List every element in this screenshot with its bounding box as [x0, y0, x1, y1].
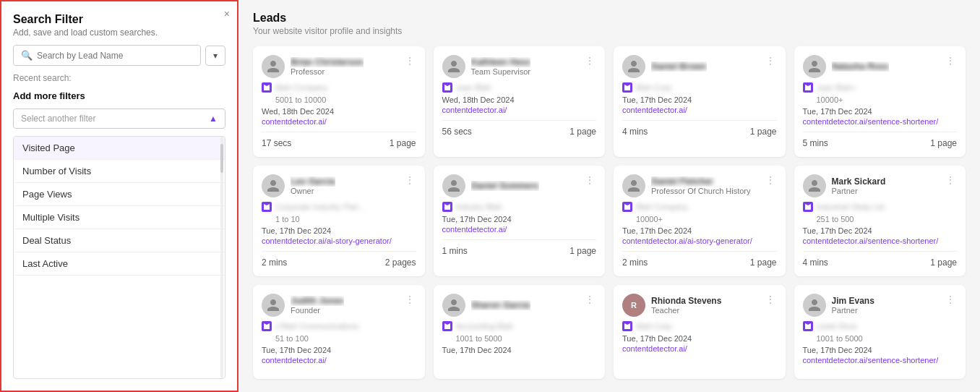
- card-menu-icon[interactable]: ⋮: [403, 174, 416, 186]
- card-stats: 2 mins 1 page: [622, 251, 777, 268]
- time-stat: 17 secs: [262, 138, 291, 148]
- scrollbar-track[interactable]: [220, 137, 223, 378]
- company-name: Industrial Okaly Ltd: [817, 203, 885, 211]
- card-header: Sharon Garcia ⋮: [442, 294, 597, 317]
- card-menu-icon[interactable]: ⋮: [403, 294, 416, 305]
- avatar: [262, 294, 285, 317]
- card-menu-icon[interactable]: ⋮: [583, 55, 596, 67]
- card-person: Daniel Fletcher Professor Of Church Hist…: [622, 174, 751, 197]
- company-size: 5001 to 10000: [262, 95, 416, 104]
- card-person: Natasha Ross: [803, 55, 889, 78]
- lead-name: Daniel Sommers: [471, 181, 539, 191]
- card-url[interactable]: contentdetector.ai/: [442, 225, 597, 234]
- card-url[interactable]: contentdetector.ai/sentence-shortener/: [803, 237, 958, 245]
- company-icon: [262, 202, 272, 212]
- pages-stat: 1 page: [930, 257, 957, 268]
- card-role: Partner: [832, 187, 886, 195]
- filter-item[interactable]: Multiple Visits: [14, 206, 225, 229]
- lead-card[interactable]: Daniel Fletcher Professor Of Church Hist…: [614, 166, 786, 276]
- company-name: J Blah Communications: [275, 322, 359, 331]
- dropdown-button[interactable]: ▾: [205, 46, 225, 66]
- card-url[interactable]: contentdetector.ai/sentence-shortener/: [803, 117, 958, 126]
- card-company: Industrial Okaly Ltd: [803, 202, 958, 212]
- card-company: Blah Corp: [622, 82, 777, 93]
- company-name: Corporate Industry Partner: [275, 203, 369, 211]
- card-menu-icon[interactable]: ⋮: [583, 294, 596, 305]
- filter-item[interactable]: Engagement: [14, 276, 225, 281]
- lead-card[interactable]: Judith Jones Founder ⋮ J Blah Communicat…: [253, 285, 425, 379]
- lead-card[interactable]: Leo Garcia Owner ⋮ Corporate Industry Pa…: [253, 166, 425, 276]
- card-menu-icon[interactable]: ⋮: [944, 294, 957, 305]
- pages-stat: 1 page: [750, 257, 777, 268]
- card-date: Tue, 17th Dec 2024: [262, 226, 416, 235]
- company-size: 251 to 500: [803, 215, 958, 223]
- filter-item[interactable]: Number of Visits: [14, 160, 225, 183]
- company-icon: [262, 321, 272, 331]
- scrollbar-thumb[interactable]: [220, 144, 223, 173]
- lead-name: Rhionda Stevens: [651, 296, 721, 306]
- filter-item[interactable]: Page Views: [14, 183, 225, 206]
- lead-card[interactable]: Natasha Ross ⋮ Juan Blah+ 10000+ Tue, 17…: [794, 46, 966, 157]
- card-menu-icon[interactable]: ⋮: [583, 174, 596, 186]
- card-url[interactable]: contentdetector.ai/ai-story-generator/: [622, 237, 777, 245]
- lead-card[interactable]: Daniel Sommers ⋮ Industry Blah Tue, 17th…: [434, 166, 606, 276]
- card-role: Team Supervisor: [471, 67, 531, 76]
- card-menu-icon[interactable]: ⋮: [944, 55, 957, 67]
- card-url[interactable]: contentdetector.ai/ai-story-generator/: [262, 237, 416, 245]
- filter-item[interactable]: Deal Status: [14, 229, 225, 252]
- lead-card[interactable]: R Rhionda Stevens Teacher ⋮ Blah Corp Tu…: [614, 285, 786, 379]
- lead-name: Judith Jones: [291, 296, 344, 306]
- search-row: 🔍 ▾: [13, 45, 225, 66]
- card-company: Juan Blah: [442, 82, 597, 93]
- card-menu-icon[interactable]: ⋮: [944, 174, 957, 186]
- company-icon: [442, 82, 452, 93]
- card-header: R Rhionda Stevens Teacher ⋮: [622, 294, 777, 317]
- filter-select-row[interactable]: Select another filter ▲: [13, 108, 225, 129]
- lead-card[interactable]: Daniel Brown ⋮ Blah Corp Tue, 17th Dec 2…: [614, 46, 786, 157]
- company-name: Lewis Roos: [817, 322, 858, 331]
- card-url[interactable]: contentdetector.ai/: [262, 117, 416, 126]
- card-menu-icon[interactable]: ⋮: [764, 294, 777, 305]
- card-stats: 4 mins 1 page: [622, 120, 777, 137]
- filter-arrow-icon: ▲: [209, 114, 218, 124]
- lead-name: Natasha Ross: [832, 61, 889, 72]
- lead-card[interactable]: Kathleen Hess Team Supervisor ⋮ Juan Bla…: [434, 46, 606, 157]
- lead-card[interactable]: Brian Christerson Professor ⋮ Blah Compa…: [253, 46, 425, 157]
- lead-name: Daniel Fletcher: [651, 176, 713, 187]
- company-icon: [622, 202, 632, 212]
- card-url[interactable]: contentdetector.ai/: [442, 106, 597, 114]
- recent-search-label: Recent search:: [13, 73, 225, 83]
- pages-stat: 1 page: [930, 138, 957, 148]
- card-date: Wed, 18th Dec 2024: [442, 95, 597, 104]
- lead-card[interactable]: Mark Sickard Partner ⋮ Industrial Okaly …: [794, 166, 966, 276]
- company-icon: [803, 82, 813, 93]
- card-url[interactable]: contentdetector.ai/: [622, 106, 777, 114]
- card-date: Wed, 18th Dec 2024: [262, 107, 416, 116]
- search-input-wrap[interactable]: 🔍: [13, 45, 201, 66]
- filter-item[interactable]: Visited Page: [14, 137, 225, 160]
- filter-item[interactable]: Last Active: [14, 252, 225, 276]
- search-input[interactable]: [37, 51, 193, 61]
- lead-name: Jim Evans: [832, 296, 874, 306]
- pages-stat: 1 page: [390, 138, 416, 148]
- card-company: Blah Company: [262, 82, 416, 93]
- add-filters-label: Add more filters: [13, 90, 225, 101]
- card-role: Professor: [291, 67, 364, 76]
- card-url[interactable]: contentdetector.ai/: [622, 344, 777, 353]
- lead-name: Daniel Brown: [651, 61, 707, 72]
- card-menu-icon[interactable]: ⋮: [764, 55, 777, 67]
- cards-grid: Brian Christerson Professor ⋮ Blah Compa…: [253, 46, 966, 379]
- company-name: Juan Blah: [456, 83, 491, 92]
- card-header: Daniel Fletcher Professor Of Church Hist…: [622, 174, 777, 197]
- card-menu-icon[interactable]: ⋮: [764, 174, 777, 186]
- lead-card[interactable]: Jim Evans Partner ⋮ Lewis Roos 1001 to 5…: [794, 285, 966, 379]
- card-date: Tue, 17th Dec 2024: [622, 95, 777, 104]
- card-url[interactable]: contentdetector.ai/: [262, 356, 416, 365]
- lead-card[interactable]: Sharon Garcia ⋮ Accounting Blah 1001 to …: [434, 285, 606, 379]
- card-role: Founder: [291, 306, 344, 315]
- close-button[interactable]: ×: [224, 9, 230, 19]
- card-person: Leo Garcia Owner: [262, 174, 335, 197]
- filter-list-inner[interactable]: Visited PageNumber of VisitsPage ViewsMu…: [14, 137, 225, 281]
- card-url[interactable]: contentdetector.ai/sentence-shortener/: [803, 356, 958, 365]
- card-menu-icon[interactable]: ⋮: [403, 55, 416, 67]
